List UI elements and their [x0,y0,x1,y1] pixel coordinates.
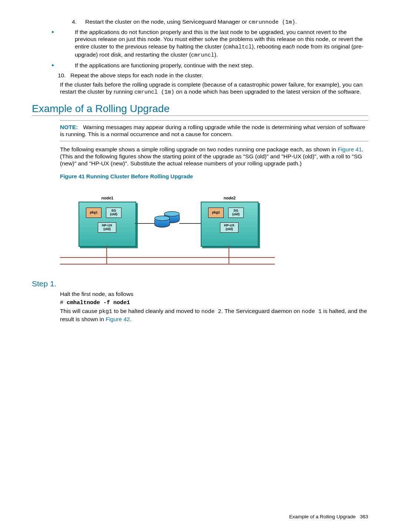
bullet-dot-icon [52,64,54,66]
command-cmhaltnode: # cmhaltnode -f node1 [60,299,368,306]
step-number: 4. [72,18,83,26]
code-node2: node 2 [201,309,221,315]
node1-title: node1 [79,196,136,200]
code-cmhaltcl: cmhaltcl [225,44,252,50]
sg-old-box: SG (old) [106,208,121,218]
text: ). [214,51,218,58]
bullet-dot-icon [52,31,54,33]
example-paragraph: The following example shows a simple rol… [60,146,368,167]
node1-box: node1 pkg1 SG (old) HP-UX (old) [79,202,136,247]
code-pkg1: pkg1 [99,309,112,315]
link-figure-41[interactable]: Figure 41 [338,146,362,152]
node2-box: node2 pkg2 SG (old) HP-UX (old) [201,202,259,247]
text: If the applications are functioning prop… [75,62,253,68]
figure-41-caption: Figure 41 Running Cluster Before Rolling… [60,173,368,179]
text: ), rebooting [252,43,283,50]
text: on a node which has been upgraded to the… [174,88,361,95]
sg-old-box: SG (old) [228,208,244,218]
prompt-hash: # [60,300,67,306]
footer-page-number: 363 [360,514,368,519]
hpux-old-box: HP-UX (old) [220,222,239,233]
heading-example-rolling-upgrade: Example of a Rolling Upgrade [32,103,368,116]
note-block: NOTE:Warning messages may appear during … [60,120,368,141]
step-number: 10. [58,72,68,79]
step1-result-paragraph: This will cause pkg1 to be halted cleanl… [60,307,368,323]
step-text: Repeat the above steps for each node in … [70,72,203,79]
disk-icon [154,217,170,228]
code-cmruncl-1m: cmruncl (1m) [134,89,174,95]
note-text: Warning messages may appear during a rol… [60,124,365,137]
connector-line [179,223,201,224]
bus-connector [229,257,229,264]
code-cmrunnode: cmrunnode (1m) [249,19,295,26]
code-node1: node 1 [301,309,321,315]
page-footer: Example of a Rolling Upgrade 363 [289,514,368,519]
command-text: cmhaltnode -f node1 [67,300,130,306]
note-label: NOTE: [60,124,78,130]
hpux-old-box: HP-UX (old) [98,222,116,233]
bullet-not-functioning: If the applications do not function prop… [60,28,368,59]
connector-line [135,223,155,224]
text: . [130,316,131,322]
cluster-fail-paragraph: If the cluster fails before the rolling … [60,81,368,96]
bus-connector [229,245,229,257]
heading-step-1: Step 1. [32,279,368,288]
ordered-step-4: 4. Restart the cluster on the node, usin… [72,18,368,26]
text: The following example shows a simple rol… [60,146,338,152]
text: This will cause [60,308,99,314]
link-figure-42[interactable]: Figure 42 [106,316,130,322]
shared-disks-icon [154,213,180,231]
period: . [295,18,297,25]
figure-41-diagram: node1 pkg1 SG (old) HP-UX (old) node2 pk… [60,191,290,265]
step-text: Restart the cluster on the node, using S… [85,18,297,26]
pkg1-box: pkg1 [86,208,101,218]
bus-connector [106,245,107,257]
emphasis-each: each [283,43,295,50]
step1-intro: Halt the first node, as follows [60,290,368,297]
bullet-functioning: If the applications are functioning prop… [60,62,368,69]
footer-section-title: Example of a Rolling Upgrade [289,514,356,519]
pkg2-box: pkg2 [208,208,224,218]
ordered-step-10: 10. Repeat the above steps for each node… [58,72,368,79]
text: . The Serviceguard daemon on [221,308,302,314]
network-bus [60,257,275,258]
node2-title: node2 [201,196,258,200]
network-bus [60,264,275,265]
code-cmruncl: cmruncl [191,52,214,58]
text: Restart the cluster on the node, using S… [85,18,249,25]
bus-connector [106,257,107,264]
text: to be halted cleanly and moved to [112,308,201,314]
